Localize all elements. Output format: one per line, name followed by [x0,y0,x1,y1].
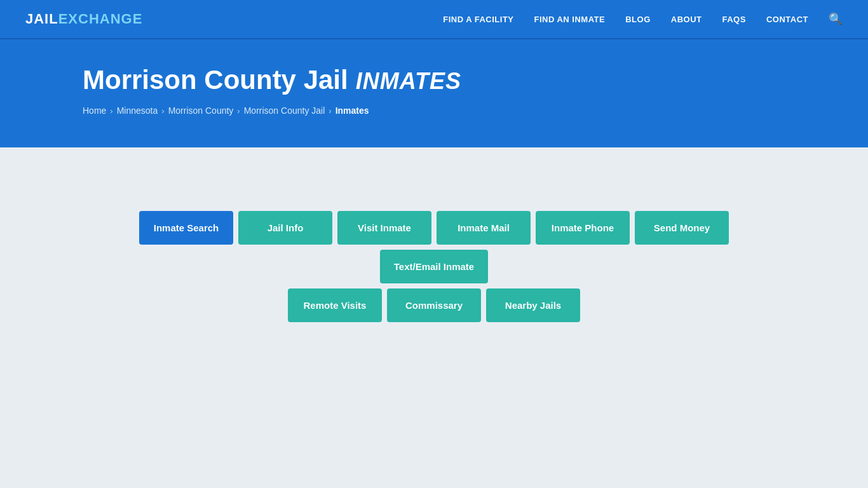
tab-btn-inmate-search[interactable]: Inmate Search [139,211,233,245]
navbar: JAIL EXCHANGE FIND A FACILITYFIND AN INM… [0,0,868,39]
page-title: Morrison County Jail INMATES [83,65,785,95]
logo-jail: JAIL [25,11,58,27]
tabs-row-2: Remote VisitsCommissaryNearby Jails [83,288,785,322]
page-title-main: Morrison County Jail [83,65,348,95]
tab-btn-inmate-mail[interactable]: Inmate Mail [437,211,531,245]
breadcrumb-morrison-county[interactable]: Morrison County [168,105,234,116]
tab-btn-remote-visits[interactable]: Remote Visits [288,288,382,322]
breadcrumb: Home›Minnesota›Morrison County›Morrison … [83,105,785,116]
nav-link-about[interactable]: ABOUT [671,15,702,24]
main-content: Inmate SearchJail InfoVisit InmateInmate… [0,147,868,459]
breadcrumb-inmates: Inmates [336,105,369,116]
search-icon[interactable]: 🔍 [829,12,843,26]
breadcrumb-separator: › [329,106,331,116]
tab-btn-text-email-inmate[interactable]: Text/Email Inmate [380,250,488,283]
nav-link-find-inmate[interactable]: FIND AN INMATE [534,15,606,24]
tab-btn-visit-inmate[interactable]: Visit Inmate [337,211,431,245]
logo-exchange: EXCHANGE [58,11,143,27]
breadcrumb-separator: › [161,106,164,116]
breadcrumb-home[interactable]: Home [83,105,106,116]
breadcrumb-minnesota[interactable]: Minnesota [117,105,158,116]
tab-btn-commissary[interactable]: Commissary [387,288,481,322]
tabs-row-1: Inmate SearchJail InfoVisit InmateInmate… [83,211,785,283]
nav-link-find-facility[interactable]: FIND A FACILITY [443,15,513,24]
tabs-container: Inmate SearchJail InfoVisit InmateInmate… [83,211,785,322]
page-title-inmates: INMATES [356,68,461,95]
breadcrumb-morrison-county-jail[interactable]: Morrison County Jail [244,105,325,116]
breadcrumb-separator: › [110,106,112,116]
tab-btn-send-money[interactable]: Send Money [635,211,729,245]
tab-btn-jail-info[interactable]: Jail Info [238,211,332,245]
hero-banner: Morrison County Jail INMATES Home›Minnes… [0,39,868,147]
tab-btn-nearby-jails[interactable]: Nearby Jails [486,288,580,322]
breadcrumb-separator: › [237,106,240,116]
logo[interactable]: JAIL EXCHANGE [25,11,142,27]
nav-links: FIND A FACILITYFIND AN INMATEBLOGABOUTFA… [443,12,843,26]
tab-btn-inmate-phone[interactable]: Inmate Phone [536,211,630,245]
nav-link-blog[interactable]: BLOG [625,15,651,24]
nav-link-contact[interactable]: CONTACT [766,15,808,24]
nav-link-faqs[interactable]: FAQs [722,15,746,24]
